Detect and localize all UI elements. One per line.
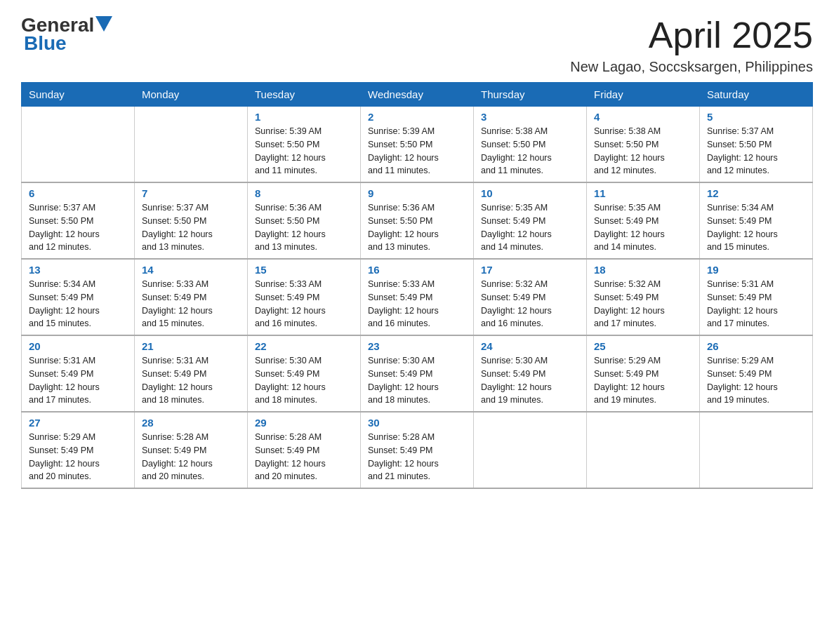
day-info: Sunrise: 5:32 AMSunset: 5:49 PMDaylight:… [594,278,692,330]
day-info: Sunrise: 5:37 AMSunset: 5:50 PMDaylight:… [707,125,805,177]
calendar-cell: 29Sunrise: 5:28 AMSunset: 5:49 PMDayligh… [248,412,361,488]
day-number: 6 [29,187,127,199]
day-info: Sunrise: 5:35 AMSunset: 5:49 PMDaylight:… [594,201,692,254]
day-info: Sunrise: 5:33 AMSunset: 5:49 PMDaylight:… [142,278,240,330]
day-number: 1 [255,111,353,123]
calendar-cell [22,107,135,183]
calendar-cell: 4Sunrise: 5:38 AMSunset: 5:50 PMDaylight… [587,107,700,183]
header-saturday: Saturday [700,83,813,107]
calendar-cell: 20Sunrise: 5:31 AMSunset: 5:49 PMDayligh… [22,335,135,412]
day-number: 5 [707,111,805,123]
calendar-cell: 25Sunrise: 5:29 AMSunset: 5:49 PMDayligh… [587,335,700,412]
day-number: 19 [707,264,805,276]
logo-blue: Blue [24,32,67,55]
day-info: Sunrise: 5:36 AMSunset: 5:50 PMDaylight:… [368,201,466,254]
calendar-cell: 27Sunrise: 5:29 AMSunset: 5:49 PMDayligh… [22,412,135,488]
day-info: Sunrise: 5:39 AMSunset: 5:50 PMDaylight:… [368,125,466,177]
day-info: Sunrise: 5:30 AMSunset: 5:49 PMDaylight:… [368,354,466,407]
calendar-cell: 14Sunrise: 5:33 AMSunset: 5:49 PMDayligh… [135,259,248,335]
day-info: Sunrise: 5:29 AMSunset: 5:49 PMDaylight:… [29,431,127,483]
header-friday: Friday [587,83,700,107]
day-number: 30 [368,417,466,429]
day-number: 8 [255,187,353,199]
calendar-week-row: 27Sunrise: 5:29 AMSunset: 5:49 PMDayligh… [22,412,813,488]
day-number: 9 [368,187,466,199]
day-number: 16 [368,264,466,276]
calendar-cell: 12Sunrise: 5:34 AMSunset: 5:49 PMDayligh… [700,182,813,259]
day-number: 4 [594,111,692,123]
day-info: Sunrise: 5:33 AMSunset: 5:49 PMDaylight:… [368,278,466,330]
calendar-cell [700,412,813,488]
calendar-cell: 24Sunrise: 5:30 AMSunset: 5:49 PMDayligh… [474,335,587,412]
day-info: Sunrise: 5:34 AMSunset: 5:49 PMDaylight:… [29,278,127,330]
calendar-cell: 16Sunrise: 5:33 AMSunset: 5:49 PMDayligh… [361,259,474,335]
day-number: 15 [255,264,353,276]
day-number: 13 [29,264,127,276]
header-wednesday: Wednesday [361,83,474,107]
calendar-week-row: 13Sunrise: 5:34 AMSunset: 5:49 PMDayligh… [22,259,813,335]
calendar-week-row: 1Sunrise: 5:39 AMSunset: 5:50 PMDaylight… [22,107,813,183]
calendar-cell: 28Sunrise: 5:28 AMSunset: 5:49 PMDayligh… [135,412,248,488]
month-title: April 2025 [570,14,813,56]
calendar-cell: 30Sunrise: 5:28 AMSunset: 5:49 PMDayligh… [361,412,474,488]
day-number: 28 [142,417,240,429]
day-number: 14 [142,264,240,276]
day-info: Sunrise: 5:28 AMSunset: 5:49 PMDaylight:… [142,431,240,483]
calendar-cell: 10Sunrise: 5:35 AMSunset: 5:49 PMDayligh… [474,182,587,259]
calendar-cell: 11Sunrise: 5:35 AMSunset: 5:49 PMDayligh… [587,182,700,259]
day-info: Sunrise: 5:33 AMSunset: 5:49 PMDaylight:… [255,278,353,330]
day-info: Sunrise: 5:39 AMSunset: 5:50 PMDaylight:… [255,125,353,177]
calendar-table: SundayMondayTuesdayWednesdayThursdayFrid… [21,82,813,489]
calendar-header-row: SundayMondayTuesdayWednesdayThursdayFrid… [22,83,813,107]
logo: General Blue [21,14,112,55]
day-info: Sunrise: 5:34 AMSunset: 5:49 PMDaylight:… [707,201,805,254]
day-number: 18 [594,264,692,276]
day-number: 17 [481,264,579,276]
day-number: 24 [481,340,579,352]
day-info: Sunrise: 5:38 AMSunset: 5:50 PMDaylight:… [481,125,579,177]
page-header: General Blue April 2025 New Lagao, Soccs… [21,14,813,75]
day-number: 7 [142,187,240,199]
logo-triangle-icon [95,16,112,32]
day-number: 29 [255,417,353,429]
day-number: 10 [481,187,579,199]
day-info: Sunrise: 5:30 AMSunset: 5:49 PMDaylight:… [481,354,579,407]
day-number: 20 [29,340,127,352]
header-tuesday: Tuesday [248,83,361,107]
day-info: Sunrise: 5:38 AMSunset: 5:50 PMDaylight:… [594,125,692,177]
calendar-cell: 2Sunrise: 5:39 AMSunset: 5:50 PMDaylight… [361,107,474,183]
day-number: 2 [368,111,466,123]
calendar-cell: 23Sunrise: 5:30 AMSunset: 5:49 PMDayligh… [361,335,474,412]
calendar-cell: 1Sunrise: 5:39 AMSunset: 5:50 PMDaylight… [248,107,361,183]
day-info: Sunrise: 5:31 AMSunset: 5:49 PMDaylight:… [29,354,127,407]
header-sunday: Sunday [22,83,135,107]
calendar-cell: 13Sunrise: 5:34 AMSunset: 5:49 PMDayligh… [22,259,135,335]
day-info: Sunrise: 5:32 AMSunset: 5:49 PMDaylight:… [481,278,579,330]
svg-marker-0 [95,16,112,32]
day-info: Sunrise: 5:28 AMSunset: 5:49 PMDaylight:… [255,431,353,483]
calendar-week-row: 6Sunrise: 5:37 AMSunset: 5:50 PMDaylight… [22,182,813,259]
day-number: 23 [368,340,466,352]
calendar-cell [135,107,248,183]
header-monday: Monday [135,83,248,107]
calendar-cell: 26Sunrise: 5:29 AMSunset: 5:49 PMDayligh… [700,335,813,412]
title-section: April 2025 New Lagao, Soccsksargen, Phil… [570,14,813,75]
day-info: Sunrise: 5:29 AMSunset: 5:49 PMDaylight:… [707,354,805,407]
day-info: Sunrise: 5:30 AMSunset: 5:49 PMDaylight:… [255,354,353,407]
day-info: Sunrise: 5:31 AMSunset: 5:49 PMDaylight:… [142,354,240,407]
calendar-cell: 18Sunrise: 5:32 AMSunset: 5:49 PMDayligh… [587,259,700,335]
calendar-cell: 7Sunrise: 5:37 AMSunset: 5:50 PMDaylight… [135,182,248,259]
day-number: 25 [594,340,692,352]
day-number: 21 [142,340,240,352]
day-number: 11 [594,187,692,199]
calendar-cell: 21Sunrise: 5:31 AMSunset: 5:49 PMDayligh… [135,335,248,412]
calendar-cell: 3Sunrise: 5:38 AMSunset: 5:50 PMDaylight… [474,107,587,183]
calendar-cell: 6Sunrise: 5:37 AMSunset: 5:50 PMDaylight… [22,182,135,259]
day-number: 26 [707,340,805,352]
day-info: Sunrise: 5:35 AMSunset: 5:49 PMDaylight:… [481,201,579,254]
calendar-cell: 8Sunrise: 5:36 AMSunset: 5:50 PMDaylight… [248,182,361,259]
calendar-cell: 5Sunrise: 5:37 AMSunset: 5:50 PMDaylight… [700,107,813,183]
calendar-cell: 17Sunrise: 5:32 AMSunset: 5:49 PMDayligh… [474,259,587,335]
day-info: Sunrise: 5:36 AMSunset: 5:50 PMDaylight:… [255,201,353,254]
header-thursday: Thursday [474,83,587,107]
